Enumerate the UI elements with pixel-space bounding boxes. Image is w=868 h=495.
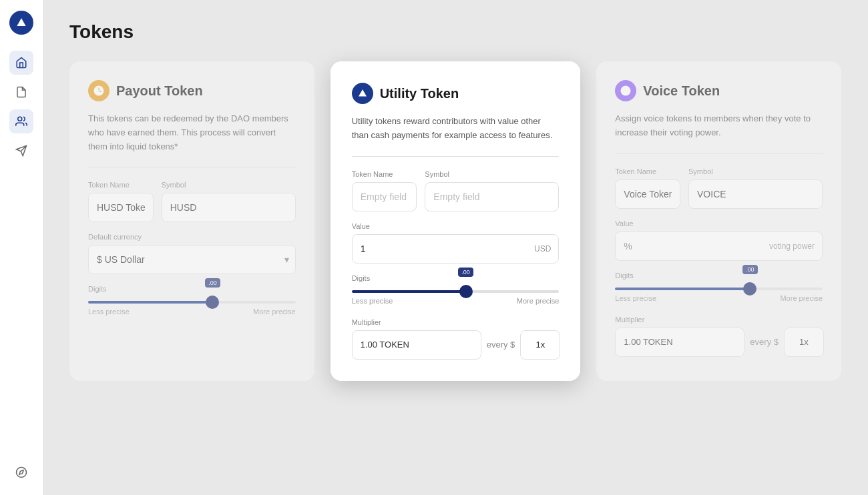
utility-token-card: Utility Token Utility tokens reward cont…	[331, 61, 581, 381]
voice-symbol-input[interactable]	[688, 179, 823, 209]
utility-card-header: Utility Token	[352, 83, 560, 104]
voice-symbol-group: Symbol	[688, 167, 823, 209]
utility-more-precise: More precise	[517, 297, 560, 305]
voice-name-row: Token Name Symbol	[615, 167, 823, 209]
utility-title: Utility Token	[380, 86, 459, 101]
voice-value-label: Value	[615, 219, 823, 227]
utility-multiplier-token-input[interactable]	[352, 330, 481, 360]
payout-token-name-input[interactable]	[88, 193, 154, 222]
payout-slider-thumb[interactable]	[206, 296, 219, 309]
payout-name-row: Token Name Symbol	[88, 181, 296, 222]
sidebar-item-explore[interactable]	[9, 460, 33, 484]
utility-token-name-group: Token Name	[352, 170, 417, 211]
voice-value-input-wrapper: voting power	[615, 231, 823, 261]
voice-divider	[615, 153, 823, 154]
sidebar-item-home[interactable]	[9, 51, 33, 75]
svg-point-3	[17, 468, 27, 478]
payout-token-name-label: Token Name	[88, 181, 154, 189]
payout-currency-chevron-icon: ▾	[284, 254, 289, 265]
utility-slider-labels: Less precise More precise	[352, 297, 560, 305]
utility-token-name-input[interactable]	[352, 182, 417, 211]
payout-token-name-group: Token Name	[88, 181, 154, 222]
payout-slider-labels: Less precise More precise	[88, 308, 296, 316]
payout-currency-label: Default currency	[88, 233, 296, 241]
app-logo[interactable]	[9, 11, 33, 35]
utility-multiplier-section: Multiplier every $	[352, 318, 560, 360]
payout-more-precise: More precise	[253, 308, 296, 316]
svg-text:$: $	[97, 87, 100, 93]
sidebar-item-users[interactable]	[9, 109, 33, 133]
page-title: Tokens	[69, 21, 841, 43]
voice-value-input[interactable]	[615, 231, 823, 261]
utility-value-group: Value USD	[352, 222, 560, 264]
payout-symbol-input[interactable]	[162, 193, 296, 222]
voice-multiplier-section: Multiplier every $	[615, 316, 823, 357]
voice-value-suffix: voting power	[769, 241, 815, 251]
utility-icon	[352, 83, 373, 104]
payout-card-header: $ Payout Token	[88, 80, 296, 101]
payout-currency-select-wrapper: $ US Dollar ▾	[88, 245, 296, 274]
utility-multiplier-label: Multiplier	[352, 318, 560, 326]
payout-icon: $	[88, 80, 110, 101]
utility-value-input[interactable]	[352, 234, 560, 264]
sidebar-item-send[interactable]	[9, 139, 33, 163]
voice-less-precise: Less precise	[615, 294, 656, 302]
utility-symbol-group: Symbol	[425, 170, 559, 211]
utility-slider-thumb[interactable]	[459, 285, 473, 298]
svg-point-0	[18, 117, 22, 121]
payout-divider	[88, 167, 296, 167]
payout-currency-select[interactable]: $ US Dollar	[88, 245, 296, 274]
svg-marker-4	[19, 470, 23, 474]
utility-less-precise: Less precise	[352, 297, 393, 305]
payout-title: Payout Token	[116, 83, 203, 99]
voice-multiplier-token-input[interactable]	[615, 328, 744, 357]
voice-slider-container	[615, 288, 823, 290]
payout-digits-label: Digits	[88, 285, 296, 293]
svg-point-5	[94, 86, 104, 96]
payout-currency-group: Default currency $ US Dollar ▾	[88, 233, 296, 274]
voice-title: Voice Token	[643, 83, 720, 99]
voice-multiplier-x-input[interactable]	[784, 328, 824, 357]
utility-digits-section: Digits Less precise More precise	[352, 274, 560, 305]
voice-description: Assign voice tokens to members when they…	[615, 112, 823, 140]
voice-slider-track	[615, 288, 823, 290]
utility-multiplier-row: every $	[352, 330, 560, 360]
voice-multiplier-label: Multiplier	[615, 316, 823, 324]
utility-name-row: Token Name Symbol	[352, 170, 560, 211]
payout-slider-track	[88, 301, 296, 304]
payout-less-precise: Less precise	[88, 308, 130, 316]
voice-multiplier-every: every $	[750, 337, 779, 347]
main-content: Tokens $ Payout Token This tokens can be…	[43, 0, 868, 495]
voice-more-precise: More precise	[780, 294, 823, 302]
payout-symbol-group: Symbol	[162, 181, 296, 222]
voice-multiplier-row: every $	[615, 328, 823, 357]
sidebar-item-documents[interactable]	[9, 80, 33, 104]
sidebar	[0, 0, 43, 495]
svg-point-7	[621, 86, 631, 96]
utility-multiplier-x-input[interactable]	[520, 330, 560, 360]
voice-value-group: Value voting power	[615, 219, 823, 261]
voice-symbol-label: Symbol	[688, 167, 823, 175]
utility-description: Utility tokens reward contributors with …	[352, 115, 560, 143]
payout-symbol-label: Symbol	[162, 181, 296, 189]
voice-card-header: Voice Token	[615, 80, 823, 101]
utility-token-name-label: Token Name	[352, 170, 417, 178]
utility-symbol-label: Symbol	[425, 170, 559, 178]
voice-digits-label: Digits	[615, 272, 823, 280]
voice-slider-labels: Less precise More precise	[615, 294, 823, 302]
voice-token-name-label: Token Name	[615, 167, 680, 175]
utility-divider	[352, 156, 560, 157]
payout-slider-container	[88, 301, 296, 304]
payout-token-card: $ Payout Token This tokens can be redeem…	[69, 61, 314, 381]
payout-digits-section: Digits Less precise More precise	[88, 285, 296, 316]
voice-slider-thumb[interactable]	[743, 282, 756, 296]
utility-value-input-wrapper: USD	[352, 234, 560, 264]
utility-value-label: Value	[352, 222, 560, 230]
voice-token-name-input[interactable]	[615, 179, 680, 209]
payout-description: This tokens can be redeemed by the DAO m…	[88, 112, 296, 153]
utility-symbol-input[interactable]	[425, 182, 559, 211]
utility-multiplier-every: every $	[487, 340, 515, 350]
voice-digits-section: Digits Less precise More precise	[615, 272, 823, 302]
utility-digits-label: Digits	[352, 274, 560, 282]
voice-token-card: Voice Token Assign voice tokens to membe…	[596, 61, 841, 381]
